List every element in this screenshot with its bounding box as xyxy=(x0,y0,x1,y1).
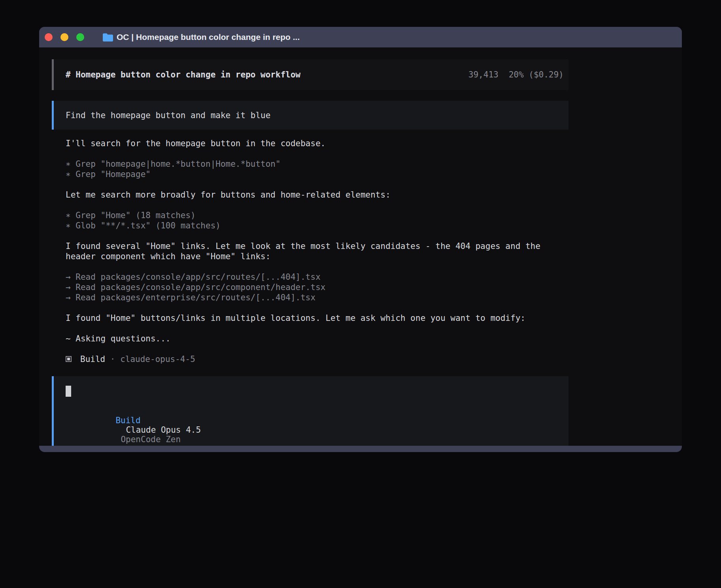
content-column: # Homepage button color change in repo w… xyxy=(52,59,568,446)
transcript: I'll search for the homepage button in t… xyxy=(52,138,568,364)
tool-call-line: ∗ Grep "homepage|home.*button|Home.*butt… xyxy=(66,159,568,169)
minimize-button[interactable] xyxy=(60,33,68,41)
separator: · xyxy=(105,354,120,364)
tool-call-line: ∗ Glob "**/*.tsx" (100 matches) xyxy=(66,220,568,231)
transcript-block: Let me search more broadly for buttons a… xyxy=(66,190,568,200)
transcript-block: ∗ Grep "homepage|home.*button|Home.*butt… xyxy=(66,159,568,179)
close-button[interactable] xyxy=(45,33,53,41)
agent-model-name: claude-opus-4-5 xyxy=(120,354,195,364)
tool-call-line: ∗ Grep "Homepage" xyxy=(66,169,568,179)
tool-call-line: → Read packages/console/app/src/routes/[… xyxy=(66,272,568,282)
terminal-body: # Homepage button color change in repo w… xyxy=(39,47,682,446)
prompt-input[interactable]: Build Claude Opus 4.5 OpenCode Zen xyxy=(52,376,568,446)
transcript-block: ∗ Grep "Home" (18 matches)∗ Glob "**/*.t… xyxy=(66,210,568,231)
provider-name: OpenCode Zen xyxy=(121,435,181,444)
transcript-block: I found several "Home" links. Let me loo… xyxy=(66,241,568,262)
user-message-text: Find the homepage button and make it blu… xyxy=(66,111,270,120)
agent-name: Build xyxy=(80,354,105,364)
model-name: Claude Opus 4.5 xyxy=(126,425,201,435)
assistant-text-line: I found several "Home" links. Let me loo… xyxy=(66,241,568,251)
zoom-button[interactable] xyxy=(76,33,84,41)
token-count: 39,413 xyxy=(468,70,498,79)
agent-status-icon xyxy=(66,356,72,362)
window-title: OC | Homepage button color change in rep… xyxy=(117,32,300,42)
context-usage: 20% ($0.29) xyxy=(509,70,564,79)
model-line: Build Claude Opus 4.5 OpenCode Zen xyxy=(66,406,568,446)
text-cursor xyxy=(66,386,71,397)
transcript-block: I'll search for the homepage button in t… xyxy=(66,138,568,149)
transcript-block: Build · claude-opus-4-5 xyxy=(66,354,568,364)
assistant-text-line: header component which have "Home" links… xyxy=(66,251,568,262)
transcript-block: I found "Home" buttons/links in multiple… xyxy=(66,313,568,323)
agent-mode-label: Build xyxy=(115,416,140,425)
title-bar: OC | Homepage button color change in rep… xyxy=(39,27,682,47)
user-message: Find the homepage button and make it blu… xyxy=(52,101,568,130)
assistant-text-line: I found "Home" buttons/links in multiple… xyxy=(66,313,568,323)
tool-call-line: → Read packages/console/app/src/componen… xyxy=(66,282,568,292)
session-title: # Homepage button color change in repo w… xyxy=(66,70,300,79)
assistant-text-line: I'll search for the homepage button in t… xyxy=(66,138,568,149)
folder-icon xyxy=(103,33,113,41)
tool-call-line: ∗ Grep "Home" (18 matches) xyxy=(66,210,568,220)
app-window: OC | Homepage button color change in rep… xyxy=(39,27,682,452)
session-stats: 39,413 20% ($0.29) xyxy=(468,70,564,79)
assistant-text-line: Let me search more broadly for buttons a… xyxy=(66,190,568,200)
transcript-block: → Read packages/console/app/src/routes/[… xyxy=(66,272,568,303)
assistant-text-line: ~ Asking questions... xyxy=(66,334,568,344)
tool-call-line: → Read packages/enterprise/src/routes/[.… xyxy=(66,292,568,303)
session-header: # Homepage button color change in repo w… xyxy=(52,59,568,90)
desktop: { "window": { "title": "OC | Homepage bu… xyxy=(0,0,721,588)
transcript-block: ~ Asking questions... xyxy=(66,334,568,344)
